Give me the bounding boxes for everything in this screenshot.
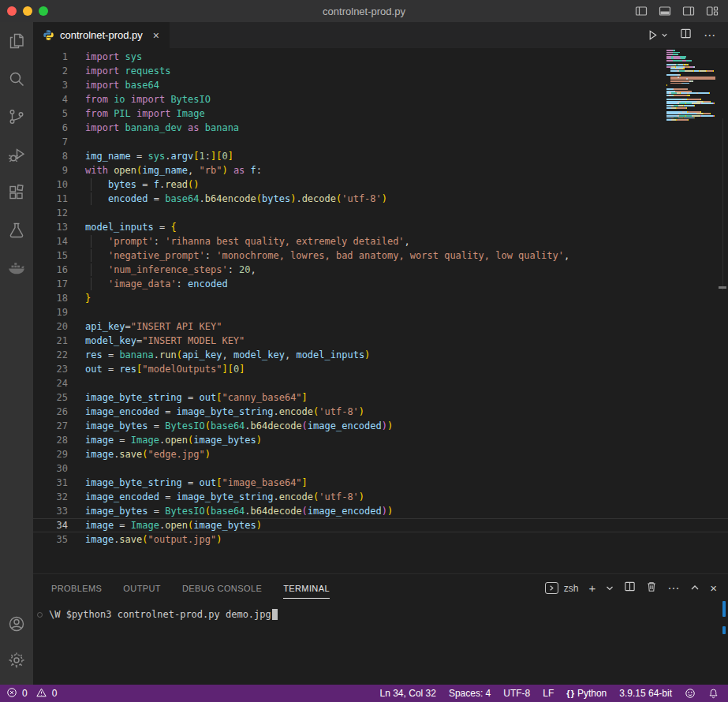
code-line[interactable]: 33image_bytes = BytesIO(base64.b64decode… — [33, 504, 728, 518]
encoding[interactable]: UTF-8 — [503, 688, 530, 699]
customize-layout-icon[interactable] — [706, 5, 719, 17]
code-line[interactable]: 14 'prompt': 'rihanna best quality, extr… — [33, 234, 728, 248]
code-line[interactable]: 13model_inputs = { — [33, 220, 728, 234]
code-line[interactable]: 11 encoded = base64.b64encode(bytes).dec… — [33, 192, 728, 206]
code-line[interactable]: 28image = Image.open(image_bytes) — [33, 433, 728, 447]
explorer-icon[interactable] — [0, 22, 33, 60]
toggle-primary-sidebar-icon[interactable] — [635, 5, 648, 17]
code-line[interactable]: 22res = banana.run(api_key, model_key, m… — [33, 348, 728, 362]
line-number: 16 — [33, 263, 85, 277]
line-number: 31 — [33, 476, 85, 490]
code-line[interactable]: 6import banana_dev as banana — [33, 121, 728, 135]
testing-icon[interactable] — [0, 211, 33, 249]
window-title: controlnet-prod.py — [323, 6, 405, 17]
notifications-bell-icon[interactable] — [708, 688, 719, 699]
code-line[interactable]: 24 — [33, 376, 728, 390]
code-editor[interactable]: 1import sys2import requests3import base6… — [33, 48, 728, 573]
line-number: 34 — [33, 519, 85, 532]
line-number: 29 — [33, 447, 85, 461]
code-line[interactable]: 9with open(img_name, "rb") as f: — [33, 163, 728, 177]
panel-tab-output[interactable]: OUTPUT — [123, 581, 161, 596]
code-line[interactable]: 4from io import BytesIO — [33, 92, 728, 106]
python-interpreter[interactable]: 3.9.15 64-bit — [619, 688, 672, 699]
source-control-icon[interactable] — [0, 98, 33, 136]
minimap[interactable] — [666, 50, 715, 121]
new-terminal-icon[interactable]: + — [588, 582, 595, 594]
zoom-window-button[interactable] — [39, 6, 48, 16]
split-editor-icon[interactable] — [680, 28, 692, 43]
cursor-position[interactable]: Ln 34, Col 32 — [380, 688, 436, 699]
feedback-smiley-icon[interactable] — [685, 688, 696, 699]
run-python-file-button[interactable] — [647, 29, 668, 41]
code-line[interactable]: 8img_name = sys.argv[1:][0] — [33, 149, 728, 163]
line-number: 15 — [33, 248, 85, 263]
split-terminal-icon[interactable] — [624, 581, 636, 596]
terminal-dropdown-chevron-icon[interactable] — [606, 581, 614, 596]
code-line[interactable]: 21model_key="INSERT MODEL KEY" — [33, 334, 728, 348]
panel-tab-debug-console[interactable]: DEBUG CONSOLE — [182, 581, 262, 596]
warnings-icon[interactable] — [35, 687, 47, 700]
terminal[interactable]: \W $python3 controlnet-prod.py demo.jpg — [33, 602, 728, 620]
minimize-window-button[interactable] — [23, 6, 32, 16]
shell-label[interactable]: zsh — [564, 583, 579, 594]
code-line[interactable]: 1import sys — [33, 50, 728, 64]
code-line[interactable]: 2import requests — [33, 64, 728, 78]
toggle-panel-icon[interactable] — [659, 5, 671, 17]
panel-tab-terminal[interactable]: TERMINAL — [283, 581, 330, 596]
tab-close-icon[interactable]: × — [151, 29, 162, 42]
warning-count[interactable]: 0 — [52, 688, 58, 699]
maximize-panel-icon[interactable] — [690, 581, 700, 596]
line-number: 24 — [33, 376, 85, 390]
code-line[interactable]: 19 — [33, 305, 728, 319]
line-number: 1 — [33, 50, 85, 64]
command-decoration-icon[interactable] — [37, 612, 43, 618]
code-line[interactable]: 20api_key="INSERT API KEY" — [33, 319, 728, 334]
code-line[interactable]: 31image_byte_string = out["image_base64"… — [33, 476, 728, 490]
language-mode[interactable]: { } Python — [566, 688, 607, 699]
close-window-button[interactable] — [7, 6, 17, 16]
error-count[interactable]: 0 — [22, 688, 28, 699]
line-number: 11 — [33, 192, 85, 206]
line-number: 28 — [33, 433, 85, 447]
search-icon[interactable] — [0, 60, 33, 98]
panel-tab-problems[interactable]: PROBLEMS — [51, 581, 102, 596]
code-line[interactable]: 7 — [33, 135, 728, 149]
kill-terminal-trash-icon[interactable] — [646, 581, 657, 596]
indentation[interactable]: Spaces: 4 — [449, 688, 491, 699]
code-line[interactable]: 23out = res["modelOutputs"][0] — [33, 362, 728, 376]
code-line[interactable]: 5from PIL import Image — [33, 106, 728, 121]
toggle-secondary-sidebar-icon[interactable] — [682, 5, 695, 17]
code-line[interactable]: 15 'negative_prompt': 'monochrome, lowre… — [33, 248, 728, 263]
line-number: 3 — [33, 78, 85, 92]
code-line[interactable]: 35image.save("output.jpg") — [33, 532, 728, 547]
code-line[interactable]: 17 'image_data': encoded — [33, 277, 728, 291]
eol-sequence[interactable]: LF — [543, 688, 554, 699]
tab-controlnet-prod[interactable]: controlnet-prod.py × — [33, 22, 170, 48]
editor-tab-bar: controlnet-prod.py × ⋯ — [33, 22, 728, 48]
code-line[interactable]: 25image_byte_string = out["canny_base64"… — [33, 390, 728, 405]
close-panel-icon[interactable]: × — [710, 582, 717, 594]
settings-gear-icon[interactable] — [0, 642, 33, 678]
accounts-icon[interactable] — [0, 606, 33, 642]
editor-more-actions-icon[interactable]: ⋯ — [704, 28, 716, 43]
code-line[interactable]: 30 — [33, 461, 728, 476]
run-and-debug-icon[interactable] — [0, 136, 33, 174]
code-line[interactable]: 26image_encoded = image_byte_string.enco… — [33, 405, 728, 419]
panel-more-actions-icon[interactable]: ⋯ — [667, 582, 680, 594]
line-number: 5 — [33, 106, 85, 121]
code-line[interactable]: 34image = Image.open(image_bytes) — [33, 518, 728, 532]
extensions-icon[interactable] — [0, 174, 33, 211]
code-line[interactable]: 18} — [33, 291, 728, 305]
code-line[interactable]: 3import base64 — [33, 78, 728, 92]
code-line[interactable]: 32image_encoded = image_byte_string.enco… — [33, 490, 728, 504]
errors-icon[interactable] — [6, 687, 17, 700]
code-line[interactable]: 16 'num_inference_steps': 20, — [33, 263, 728, 277]
line-number: 22 — [33, 348, 85, 362]
code-line[interactable]: 29image.save("edge.jpg") — [33, 447, 728, 461]
docker-icon[interactable] — [0, 249, 33, 287]
code-line[interactable]: 27image_bytes = BytesIO(base64.b64decode… — [33, 419, 728, 433]
code-line[interactable]: 10 bytes = f.read() — [33, 177, 728, 192]
line-number: 25 — [33, 390, 85, 405]
line-number: 18 — [33, 291, 85, 305]
code-line[interactable]: 12 — [33, 206, 728, 220]
